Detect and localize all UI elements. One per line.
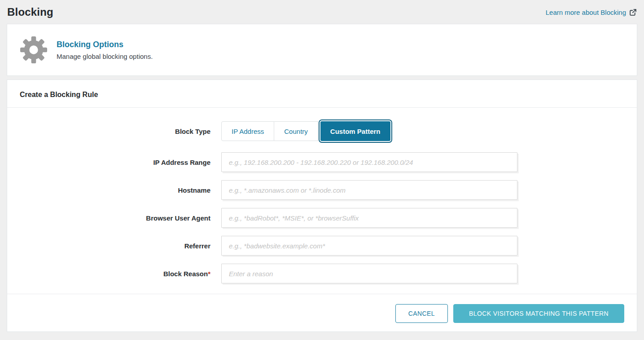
block-type-option-country[interactable]: Country [274,121,318,141]
blocking-options-card: Blocking Options Manage global blocking … [7,24,637,76]
hostname-input[interactable] [221,180,517,200]
rule-card-header: Create a Blocking Rule [7,80,637,108]
block-type-row: Block Type IP Address Country Custom Pat… [20,121,624,141]
block-reason-label: Block Reason* [20,270,210,278]
browser-user-agent-row: Browser User Agent [20,208,624,228]
required-asterisk: * [208,270,210,278]
rule-card-footer: CANCEL BLOCK VISITORS MATCHING THIS PATT… [7,294,637,331]
browser-user-agent-label: Browser User Agent [20,214,210,222]
rule-card-title: Create a Blocking Rule [20,91,624,99]
block-type-segmented-control: IP Address Country Custom Pattern [221,121,390,141]
block-type-option-custom-pattern[interactable]: Custom Pattern [320,121,390,141]
page-header: Blocking Learn more about Blocking [0,0,644,24]
page-title: Blocking [7,6,53,18]
referrer-input[interactable] [221,236,517,256]
create-rule-card: Create a Blocking Rule Block Type IP Add… [7,79,637,332]
gear-icon [20,36,48,64]
block-reason-row: Block Reason* [20,264,624,283]
hostname-label: Hostname [20,186,210,194]
referrer-row: Referrer [20,236,624,256]
block-visitors-submit-button[interactable]: BLOCK VISITORS MATCHING THIS PATTERN [453,304,624,323]
block-reason-input[interactable] [221,264,517,283]
hostname-row: Hostname [20,180,624,200]
referrer-label: Referrer [20,242,210,250]
learn-more-label: Learn more about Blocking [546,9,626,16]
block-type-option-ip-address[interactable]: IP Address [221,121,274,141]
ip-address-range-row: IP Address Range [20,152,624,172]
ip-address-range-label: IP Address Range [20,159,210,166]
external-link-icon[interactable] [629,9,637,16]
cancel-button[interactable]: CANCEL [395,304,448,323]
block-type-label: Block Type [20,128,210,135]
rule-card-body: Block Type IP Address Country Custom Pat… [7,108,637,294]
ip-address-range-input[interactable] [221,152,517,172]
blocking-options-title[interactable]: Blocking Options [57,40,153,49]
blocking-options-subtitle: Manage global blocking options. [57,53,153,60]
learn-more-link[interactable]: Learn more about Blocking [546,9,637,16]
browser-user-agent-input[interactable] [221,208,517,228]
